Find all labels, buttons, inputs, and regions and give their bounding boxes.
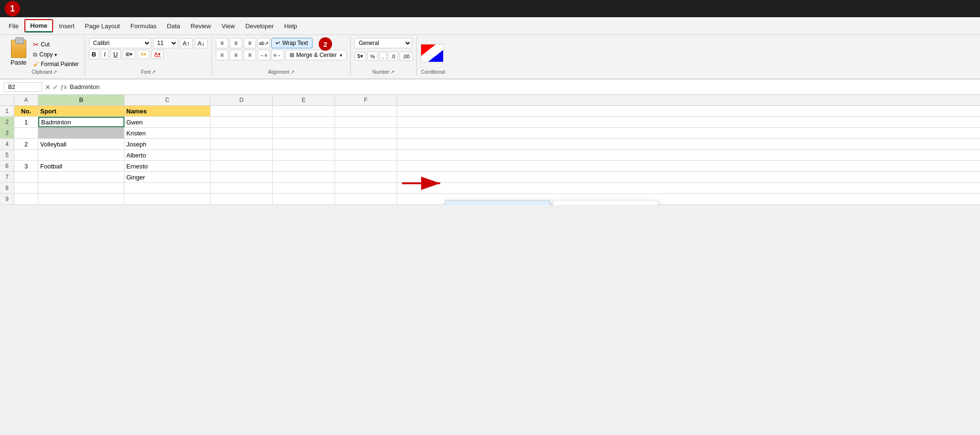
cell-a1[interactable]: No. [14,106,38,116]
cell-b8[interactable] [38,183,124,193]
cell-f2[interactable] [335,117,397,127]
italic-button[interactable]: I [101,49,109,59]
grow-font-button[interactable]: A↑ [180,38,193,48]
percent-button[interactable]: % [368,52,378,61]
menu-data[interactable]: Data [162,21,185,32]
cell-b5[interactable] [38,150,124,160]
cell-f7[interactable] [335,172,397,182]
cell-b3[interactable] [38,128,124,138]
menu-review[interactable]: Review [186,21,216,32]
font-color-button[interactable]: A▾ [151,50,163,59]
cell-b4[interactable]: Volleyball [38,139,124,149]
menu-help[interactable]: Help [279,21,302,32]
cell-a8[interactable] [14,183,38,193]
col-header-c[interactable]: C [124,95,211,105]
currency-button[interactable]: $▾ [355,52,366,61]
col-header-b[interactable]: B [38,95,124,105]
align-left-button[interactable]: ≡ [216,50,228,60]
cell-f6[interactable] [335,161,397,171]
cell-b7[interactable] [38,172,124,182]
cell-c1[interactable]: Names [124,106,211,116]
copy-button[interactable]: ⧉ Copy ▾ [31,50,80,59]
cell-a9[interactable] [14,194,38,204]
cell-c8[interactable] [124,183,211,193]
decrease-indent-button[interactable]: ←≡ [257,50,270,60]
cell-e5[interactable] [273,150,335,160]
menu-formulas[interactable]: Formulas [126,21,161,32]
cell-c5[interactable]: Alberto [124,150,211,160]
font-expand-icon[interactable]: ↗ [152,69,156,75]
decrease-decimal-button[interactable]: .0 [388,52,398,61]
insert-function-icon[interactable]: ƒx [60,83,67,91]
menu-home[interactable]: Home [24,19,53,33]
cell-d4[interactable] [211,139,273,149]
cell-e8[interactable] [273,183,335,193]
merge-center-button[interactable]: ⊞ Merge & Center ▾ [285,50,346,60]
cut-button[interactable]: ✂ Cut [31,40,80,49]
cell-f9[interactable] [335,194,397,204]
align-top-button[interactable]: ≡ [216,38,228,48]
cell-d2[interactable] [211,117,273,127]
cell-c9[interactable] [124,194,211,204]
borders-button[interactable]: ⊞▾ [122,50,135,59]
format-painter-button[interactable]: 🖌 Format Painter [31,60,80,68]
cell-c3[interactable]: Kristen [124,128,211,138]
col-header-e[interactable]: E [273,95,335,105]
cell-d6[interactable] [211,161,273,171]
merge-center-dropdown-arrow[interactable]: ▾ [340,53,342,58]
cell-e6[interactable] [273,161,335,171]
increase-decimal-button[interactable]: .00 [400,52,412,61]
cell-a5[interactable] [14,150,38,160]
cell-c4[interactable]: Joseph [124,139,211,149]
menu-view[interactable]: View [217,21,240,32]
cell-d8[interactable] [211,183,273,193]
cell-a3[interactable] [14,128,38,138]
cell-e9[interactable] [273,194,335,204]
col-header-d[interactable]: D [211,95,273,105]
cell-e1[interactable] [273,106,335,116]
cell-c2[interactable]: Gwen [124,117,211,127]
cell-f5[interactable] [335,150,397,160]
cell-c6[interactable]: Ernesto [124,161,211,171]
menu-developer[interactable]: Developer [241,21,278,32]
cell-b2[interactable]: Badminton [38,117,124,127]
shrink-font-button[interactable]: A↓ [195,38,208,48]
confirm-formula-icon[interactable]: ✓ [53,83,58,91]
col-header-a[interactable]: A [14,95,38,105]
align-bottom-button[interactable]: ≡ [244,38,256,48]
number-expand-icon[interactable]: ↗ [390,69,394,75]
cell-d1[interactable] [211,106,273,116]
cell-b1[interactable]: Sport [38,106,124,116]
fill-color-button[interactable]: A▾ [137,50,149,59]
cell-a4[interactable]: 2 [14,139,38,149]
align-center-button[interactable]: ≡ [230,50,242,60]
menu-file[interactable]: File [4,21,23,32]
cell-a7[interactable] [14,172,38,182]
cell-e7[interactable] [273,172,335,182]
comma-button[interactable]: , [379,52,387,61]
cell-reference-box[interactable]: B2 [4,82,42,92]
font-family-select[interactable]: Calibri [89,38,151,48]
wrap-text-button[interactable]: ↵ Wrap Text [271,38,312,48]
cell-d7[interactable] [211,172,273,182]
cell-f8[interactable] [335,183,397,193]
cell-c7[interactable]: Ginger [124,172,211,182]
alignment-expand-icon[interactable]: ↗ [290,69,294,75]
cell-b6[interactable]: Football [38,161,124,171]
cell-b9[interactable] [38,194,124,204]
underline-button[interactable]: U [111,49,121,59]
cell-a2[interactable]: 1 [14,117,38,127]
paste-button[interactable]: Paste [8,38,29,68]
menu-page-layout[interactable]: Page Layout [80,21,125,32]
cell-a6[interactable]: 3 [14,161,38,171]
number-format-select[interactable]: General [355,38,412,48]
bold-button[interactable]: B [89,49,99,59]
cell-e4[interactable] [273,139,335,149]
cell-d3[interactable] [211,128,273,138]
clipboard-expand-icon[interactable]: ↗ [53,69,57,75]
cell-f4[interactable] [335,139,397,149]
cell-f3[interactable] [335,128,397,138]
increase-indent-button[interactable]: ≡→ [271,50,284,60]
cancel-formula-icon[interactable]: ✕ [45,83,51,91]
align-right-button[interactable]: ≡ [244,50,256,60]
